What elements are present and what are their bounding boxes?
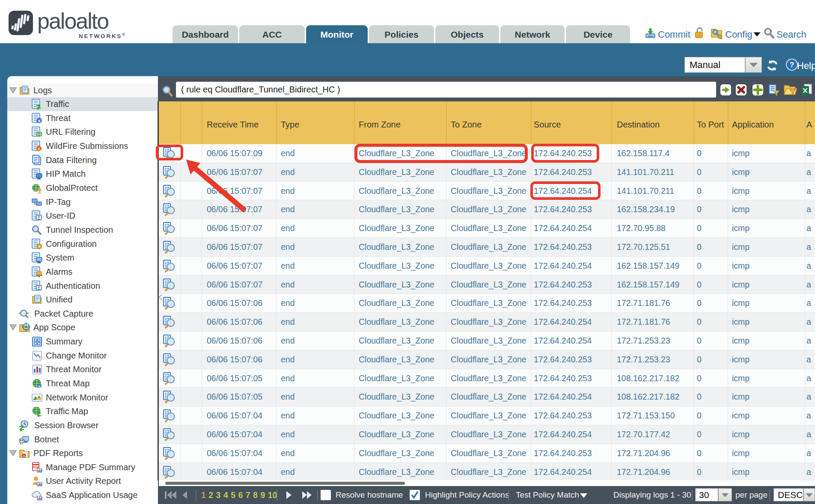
svg-text:?: ? xyxy=(790,61,794,69)
